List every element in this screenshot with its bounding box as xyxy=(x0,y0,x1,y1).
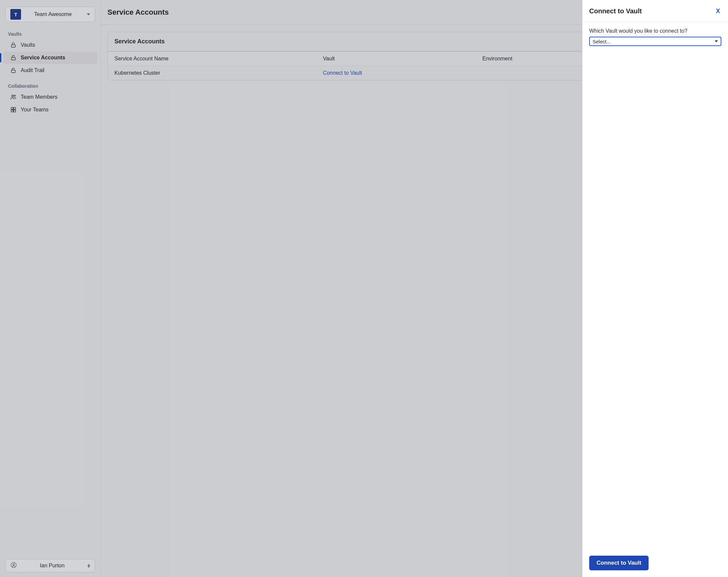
user-switcher[interactable]: Ian Purton xyxy=(5,559,95,572)
team-switcher[interactable]: T Team Awesome xyxy=(5,7,95,22)
people-icon xyxy=(10,94,17,100)
cell-account-name: Kubernetes Cluster xyxy=(108,66,316,80)
connect-vault-drawer: Connect to Vault X Which Vault would you… xyxy=(582,0,728,577)
sidebar-item-label: Vaults xyxy=(21,42,35,48)
svg-rect-2 xyxy=(11,70,15,73)
sidebar-item-vaults[interactable]: Vaults xyxy=(3,39,97,51)
svg-rect-8 xyxy=(14,110,16,112)
unlock-icon xyxy=(10,42,17,48)
sidebar-item-label: Service Accounts xyxy=(21,55,66,61)
user-circle-icon xyxy=(10,562,17,570)
unlock-icon xyxy=(10,67,17,74)
grid-icon xyxy=(10,106,17,113)
sidebar-item-service-accounts[interactable]: Service Accounts xyxy=(3,52,97,64)
svg-rect-6 xyxy=(14,107,16,109)
sidebar-item-label: Audit Trail xyxy=(21,68,44,73)
unlock-icon xyxy=(10,54,17,61)
sidebar-section-collaboration: Collaboration xyxy=(0,77,100,91)
svg-point-10 xyxy=(13,563,15,565)
sidebar-item-team-members[interactable]: Team Members xyxy=(3,91,97,103)
team-badge: T xyxy=(10,9,21,20)
select-placeholder: Select... xyxy=(593,39,610,44)
vault-select-label: Which Vault would you like to connect to… xyxy=(589,28,721,34)
sort-icon xyxy=(87,564,90,568)
sidebar-item-label: Your Teams xyxy=(21,107,49,113)
svg-rect-0 xyxy=(11,45,15,47)
svg-point-3 xyxy=(12,95,14,97)
drawer-title: Connect to Vault xyxy=(589,7,642,15)
close-button[interactable]: X xyxy=(714,8,721,15)
svg-rect-7 xyxy=(11,110,13,112)
chevron-down-icon xyxy=(714,41,718,42)
user-name: Ian Purton xyxy=(17,563,87,569)
sidebar-section-vaults: Vaults xyxy=(0,25,100,39)
connect-to-vault-link[interactable]: Connect to Vault xyxy=(323,70,362,76)
svg-point-4 xyxy=(14,95,15,96)
vault-select[interactable]: Select... xyxy=(589,37,721,46)
svg-rect-5 xyxy=(11,107,13,109)
sidebar-item-label: Team Members xyxy=(21,94,57,100)
sidebar-item-audit-trail[interactable]: Audit Trail xyxy=(3,64,97,76)
column-header: Vault xyxy=(316,52,476,66)
sidebar-item-your-teams[interactable]: Your Teams xyxy=(3,104,97,116)
chevron-down-icon xyxy=(87,14,90,15)
svg-rect-1 xyxy=(11,57,15,60)
team-name: Team Awesome xyxy=(21,11,85,17)
connect-to-vault-button[interactable]: Connect to Vault xyxy=(589,556,649,570)
sidebar: T Team Awesome Vaults Vaults Service Acc… xyxy=(0,0,101,577)
column-header: Service Account Name xyxy=(108,52,316,66)
